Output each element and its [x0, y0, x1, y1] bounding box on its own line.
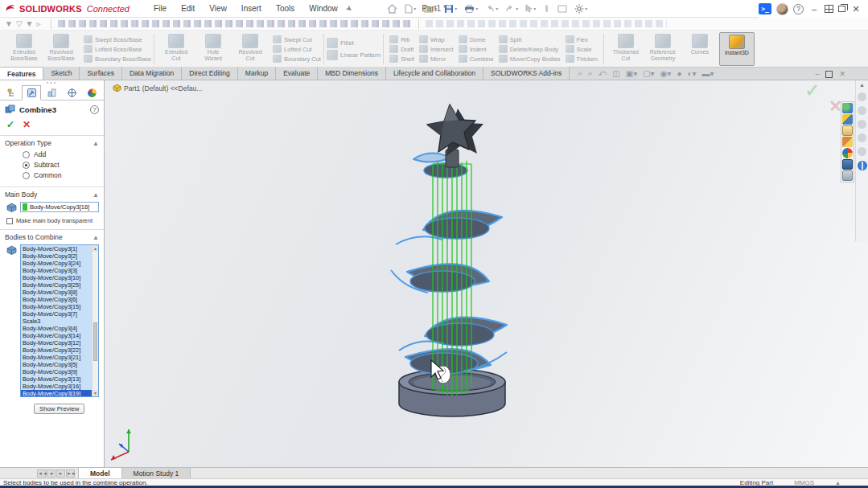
ribbon-button[interactable]: Boundary Cut [271, 55, 323, 63]
ribbon-button[interactable]: Fillet [325, 38, 382, 48]
body-list-item[interactable]: Body-Move/Copy3[19] [21, 390, 92, 397]
print-caret-icon[interactable]: ▾ [475, 6, 478, 11]
select-button[interactable]: ▾ [523, 2, 538, 14]
ribbon-button[interactable]: Shell [388, 55, 416, 63]
undo-caret-icon[interactable]: ▾ [496, 6, 498, 11]
new-document-button[interactable]: ▾ [402, 2, 418, 15]
radio-common[interactable]: Common [23, 171, 99, 179]
body-list-item[interactable]: Body-Move/Copy3[14] [21, 332, 92, 339]
body-list-item[interactable]: Body-Move/Copy3[5] [21, 361, 92, 368]
ribbon-button[interactable]: Wrap [418, 35, 455, 43]
filter-entity-icons[interactable] [58, 20, 412, 27]
body-list-item[interactable]: Body-Move/Copy3[2] [21, 252, 92, 260]
file-explorer-icon[interactable] [842, 125, 853, 136]
graphics-viewport[interactable]: Part1 (Default) <<Defau... ✓ ✕ [105, 80, 868, 467]
ribbon-button[interactable]: Thicken [564, 55, 599, 63]
body-list-item[interactable]: Body-Move/Copy3[13] [21, 375, 92, 383]
ribbon-button[interactable]: Rib [388, 35, 416, 43]
units-caret-icon[interactable]: ▲ [835, 480, 841, 486]
ribbon-button[interactable]: Swept Cut [271, 35, 323, 43]
ribbon-button[interactable]: Dome [457, 35, 496, 43]
pin-menu-icon[interactable]: ➤ [343, 3, 354, 14]
property-manager-tab[interactable] [22, 85, 41, 100]
ribbon-button[interactable]: Lofted Cut [271, 45, 323, 53]
radio-icon[interactable] [23, 151, 30, 158]
body-list-item[interactable]: Body-Move/Copy3[3] [21, 267, 92, 274]
model-tab[interactable]: Model [78, 468, 122, 478]
command-tab[interactable]: SOLIDWORKS Add-ins [483, 67, 570, 80]
radio-subtract[interactable]: Subtract [23, 161, 99, 169]
share-icon[interactable] [858, 92, 866, 101]
show-preview-button[interactable]: Show Preview [34, 404, 84, 414]
community-icon[interactable] [858, 106, 866, 115]
ribbon-button[interactable]: Revolved Boss/Base [43, 32, 79, 66]
zoom-area-icon[interactable]: ⌕ [588, 68, 593, 78]
command-tab[interactable]: MBD Dimensions [318, 67, 386, 80]
collapse-icon[interactable]: ▲ [93, 191, 99, 199]
ribbon-button[interactable]: Extruded Boss/Base [6, 32, 42, 66]
command-tab[interactable]: Evaluate [276, 67, 318, 80]
body-list-item[interactable]: Scale3 [21, 318, 92, 325]
ribbon-button[interactable]: Instant3D [719, 32, 755, 66]
restore-button[interactable] [838, 6, 845, 12]
appearances-icon[interactable] [842, 148, 853, 158]
command-tab[interactable]: Features [0, 67, 43, 80]
section-view-icon[interactable]: ◫ [612, 69, 619, 78]
collapse-strip-icon[interactable]: ▲ [859, 82, 865, 88]
collapse-icon[interactable]: ▲ [93, 140, 99, 147]
dimxpert-manager-tab[interactable] [62, 85, 81, 100]
command-tab[interactable]: Lifecycle and Collaboration [386, 67, 483, 80]
options-caret-icon[interactable]: ▾ [585, 6, 587, 11]
ribbon-button[interactable]: Revolved Cut [232, 32, 268, 66]
help-icon[interactable]: ? [793, 4, 804, 14]
menu-item[interactable]: Window [302, 2, 344, 15]
ribbon-button[interactable]: Swept Boss/Base [82, 35, 153, 43]
configuration-manager-tab[interactable] [42, 85, 61, 100]
bodies-listbox[interactable]: Body-Move/Copy3[1]Body-Move/Copy3[2]Body… [20, 244, 99, 397]
body-list-item[interactable]: Body-Move/Copy3[4] [21, 325, 92, 332]
next-tab-icon[interactable]: ► [56, 470, 65, 478]
save-caret-icon[interactable]: ▾ [455, 6, 457, 11]
body-list-item[interactable]: Body-Move/Copy3[6] [21, 296, 92, 303]
body-list-item[interactable]: Body-Move/Copy3[16] [21, 383, 92, 390]
body-list-item[interactable]: Body-Move/Copy3[21] [21, 354, 92, 361]
design-library-icon[interactable] [842, 114, 853, 125]
transparent-checkbox-row[interactable]: Make main body transparent [6, 217, 99, 224]
command-tab[interactable]: Data Migration [122, 67, 182, 80]
toolbox-icon[interactable] [842, 137, 853, 147]
feature-manager-tab[interactable] [2, 85, 21, 100]
resources-globe-icon[interactable] [842, 103, 853, 113]
body-list-item[interactable]: Body-Move/Copy3[15] [21, 303, 92, 310]
tasks-icon[interactable] [858, 147, 866, 156]
ribbon-button[interactable]: Intersect [418, 45, 455, 53]
display-style-icon[interactable]: ▢▾ [643, 69, 654, 78]
save-button[interactable]: ▾ [442, 2, 459, 15]
scroll-thumb[interactable] [93, 322, 97, 361]
ribbon-button[interactable]: Delete/Keep Body [497, 45, 562, 53]
doc-restore-icon[interactable] [825, 71, 833, 78]
zoom-fit-icon[interactable]: ⌕ [578, 68, 582, 78]
view-settings-icon[interactable]: ▬▾ [702, 69, 714, 78]
options-button[interactable]: ▾ [572, 2, 590, 15]
user-avatar[interactable] [776, 3, 788, 15]
menu-item[interactable]: View [203, 2, 233, 15]
scroll-up-icon[interactable]: ▲ [93, 245, 98, 252]
ribbon-button[interactable]: Hole Wizard [195, 32, 231, 66]
ribbon-button[interactable]: Combine [457, 55, 496, 63]
menu-item[interactable]: Tools [269, 2, 301, 15]
ribbon-button[interactable]: Curves [682, 32, 718, 66]
save-cloud-icon[interactable] [858, 133, 866, 142]
body-list-item[interactable]: Body-Move/Copy3[10] [21, 274, 92, 281]
bookmark-icon[interactable] [858, 120, 866, 129]
custom-properties-icon[interactable] [842, 159, 853, 170]
filter-icons[interactable]: ▼▽▼▹ [0, 19, 44, 28]
touch-mode-button[interactable] [541, 2, 553, 14]
body-list-item[interactable]: Body-Move/Copy3[25] [21, 281, 92, 289]
menu-item[interactable]: File [147, 2, 173, 15]
scroll-down-icon[interactable]: ▼ [93, 390, 98, 396]
ribbon-button[interactable]: Boundary Boss/Base [82, 55, 153, 63]
radio-add[interactable]: Add [23, 150, 99, 158]
ribbon-button[interactable]: Thickened Cut [608, 32, 644, 66]
scene-icon[interactable]: ◐▾ [687, 69, 696, 78]
ribbon-button[interactable]: Draft [388, 45, 416, 53]
